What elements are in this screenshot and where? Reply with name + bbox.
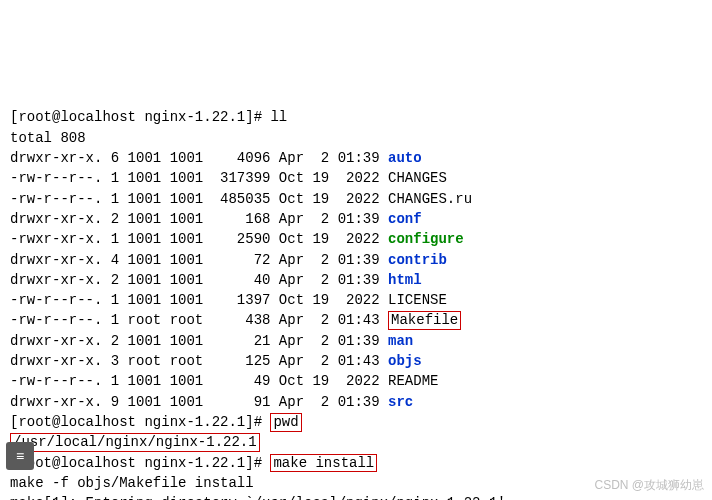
output-line: make -f objs/Makefile install [10,475,254,491]
list-item: drwxr-xr-x. 3 root root 125 Apr 2 01:43 … [10,353,422,369]
file-name: man [388,333,413,349]
floating-button[interactable]: ≡ [6,442,34,470]
file-name: contrib [388,252,447,268]
file-name: CHANGES.ru [388,191,472,207]
file-name: objs [388,353,422,369]
command-make-install: make install [270,454,377,473]
list-item: drwxr-xr-x. 6 1001 1001 4096 Apr 2 01:39… [10,150,422,166]
file-name: README [388,373,438,389]
watermark-text: CSDN @攻城狮幼崽 [594,477,704,494]
list-item: -rw-r--r--. 1 root root 438 Apr 2 01:43 … [10,312,461,328]
list-item: drwxr-xr-x. 2 1001 1001 21 Apr 2 01:39 m… [10,333,413,349]
terminal-output: [root@localhost nginx-1.22.1]# ll total … [10,87,702,500]
menu-icon: ≡ [16,446,24,466]
list-item: -rw-r--r--. 1 1001 1001 1397 Oct 19 2022… [10,292,447,308]
file-name: conf [388,211,422,227]
file-name: html [388,272,422,288]
file-name: src [388,394,413,410]
file-name: configure [388,231,464,247]
list-item: -rw-r--r--. 1 1001 1001 485035 Oct 19 20… [10,191,472,207]
list-item: drwxr-xr-x. 9 1001 1001 91 Apr 2 01:39 s… [10,394,413,410]
list-item: drwxr-xr-x. 2 1001 1001 168 Apr 2 01:39 … [10,211,422,227]
shell-prompt: [root@localhost nginx-1.22.1]# [10,414,270,430]
file-name: CHANGES [388,170,447,186]
output-line: make[1]: Entering directory `/usr/local/… [10,495,506,500]
command-ll: ll [270,109,287,125]
file-name: auto [388,150,422,166]
command-pwd: pwd [270,413,301,432]
shell-prompt: [root@localhost nginx-1.22.1]# [10,109,270,125]
list-item: -rw-r--r--. 1 1001 1001 317399 Oct 19 20… [10,170,447,186]
list-item: -rw-r--r--. 1 1001 1001 49 Oct 19 2022 R… [10,373,438,389]
list-item: drwxr-xr-x. 4 1001 1001 72 Apr 2 01:39 c… [10,252,447,268]
file-name: Makefile [388,311,461,330]
file-name: LICENSE [388,292,447,308]
shell-prompt: [root@localhost nginx-1.22.1]# [10,455,270,471]
list-item: drwxr-xr-x. 2 1001 1001 40 Apr 2 01:39 h… [10,272,422,288]
pwd-output: /usr/local/nginx/nginx-1.22.1 [10,433,260,452]
total-line: total 808 [10,130,86,146]
list-item: -rwxr-xr-x. 1 1001 1001 2590 Oct 19 2022… [10,231,464,247]
file-listing: drwxr-xr-x. 6 1001 1001 4096 Apr 2 01:39… [10,148,702,412]
